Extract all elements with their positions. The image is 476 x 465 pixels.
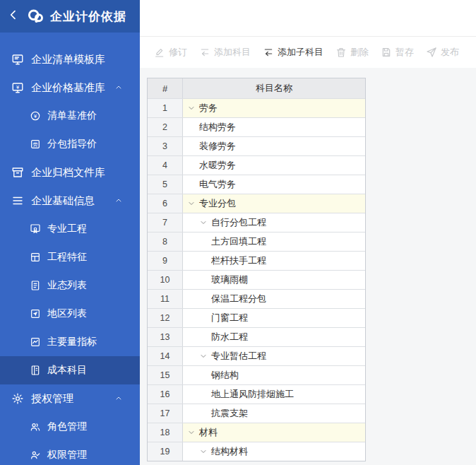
table-row[interactable]: 7自行分包工程 (148, 213, 365, 232)
row-number: 6 (148, 194, 183, 213)
toolbar-button-label: 修订 (169, 46, 187, 59)
toolbar-button-3[interactable]: 删除 (335, 46, 369, 59)
back-button[interactable] (6, 8, 21, 24)
sidebar-item-label: 企业清单模板库 (31, 53, 105, 66)
sidebar-item-2[interactable]: ¥清单基准价 (0, 102, 140, 130)
sidebar-item-3[interactable]: 劳分包指导价 (0, 130, 140, 158)
sidebar-item-12[interactable]: 授权管理 (0, 384, 140, 413)
row-number: 15 (148, 366, 183, 384)
table-row[interactable]: 8土方回填工程 (148, 232, 365, 251)
subject-name: 地上通风防排烟施工 (211, 388, 294, 401)
sidebar-item-11[interactable]: 成本科目 (0, 356, 140, 384)
subject-name: 玻璃雨棚 (211, 273, 248, 286)
sidebar-item-9[interactable]: 地区列表 (0, 300, 140, 328)
toolbar-button-2[interactable]: 添加子科目 (263, 46, 323, 59)
subject-table: # 科目名称 1劳务2结构劳务3装修劳务4水暖劳务5电气劳务6专业分包7自行分包… (147, 78, 366, 461)
sidebar-item-label: 清单基准价 (47, 110, 97, 122)
send-square-icon (30, 308, 41, 319)
table-row[interactable]: 15钢结构 (148, 365, 365, 384)
sidebar-item-4[interactable]: 企业归档文件库 (0, 158, 140, 187)
chevron-down-icon[interactable] (187, 104, 196, 112)
subject-name-cell: 劳务 (183, 99, 365, 117)
chevron-down-icon[interactable] (199, 218, 208, 227)
gear-icon (11, 392, 24, 405)
user-check-icon (30, 449, 41, 461)
table-row[interactable]: 4水暖劳务 (148, 155, 365, 175)
sidebar-item-label: 工程特征 (47, 251, 87, 264)
subject-name-cell: 电气劳务 (183, 175, 365, 194)
subject-name-cell: 专业分包 (183, 194, 365, 213)
table-row[interactable]: 18材料 (148, 423, 365, 442)
subject-name-cell: 抗震支架 (183, 404, 365, 423)
subject-name-cell: 保温工程分包 (183, 290, 365, 308)
table-row[interactable]: 6专业分包 (148, 194, 365, 213)
table-row[interactable]: 14专业暂估工程 (148, 346, 365, 365)
sidebar-item-1[interactable]: ¥企业价格基准库 (0, 73, 140, 102)
row-number: 3 (148, 137, 183, 155)
main-panel: 修订添加科目添加子科目删除暂存发布 # 科目名称 1劳务2结构劳务3装修劳务4水… (140, 0, 476, 465)
sidebar-item-10[interactable]: 主要量指标 (0, 328, 140, 356)
sidebar-item-14[interactable]: 权限管理 (0, 441, 140, 465)
svg-text:¥: ¥ (16, 84, 20, 90)
subject-name-cell: 栏杆扶手工程 (183, 252, 365, 270)
document-lines-icon (30, 280, 41, 291)
subject-name-cell: 水暖劳务 (183, 156, 365, 175)
labor-badge-icon: 劳 (30, 139, 41, 150)
chevron-down-icon[interactable] (199, 352, 208, 360)
save-icon (381, 47, 392, 58)
chevron-down-icon[interactable] (187, 428, 196, 437)
table-row[interactable]: 16地上通风防排烟施工 (148, 384, 365, 404)
row-number: 18 (148, 423, 183, 442)
subject-name-cell: 结构劳务 (183, 118, 365, 136)
chart-square-icon (30, 336, 41, 348)
sidebar-item-8[interactable]: 业态列表 (0, 271, 140, 300)
table-row[interactable]: 13防水工程 (148, 327, 365, 346)
sidebar-item-5[interactable]: 企业基础信息 (0, 187, 140, 215)
monitor-award-icon (30, 223, 41, 235)
sidebar-item-0[interactable]: 企业清单模板库 (0, 45, 140, 73)
archive-icon (11, 166, 24, 179)
subject-name: 自行分包工程 (211, 216, 266, 229)
toolbar-button-0[interactable]: 修订 (154, 46, 187, 59)
row-number: 10 (148, 271, 183, 289)
toolbar-button-5[interactable]: 发布 (426, 46, 459, 59)
users-icon (30, 421, 41, 432)
sidebar-item-7[interactable]: 工程特征 (0, 243, 140, 271)
subject-name-cell: 玻璃雨棚 (183, 271, 365, 289)
row-number: 9 (148, 252, 183, 270)
row-number: 14 (148, 347, 183, 365)
sidebar-item-label: 分包指导价 (47, 138, 97, 151)
table-row[interactable]: 2结构劳务 (148, 117, 365, 136)
sidebar-item-6[interactable]: 专业工程 (0, 215, 140, 243)
table-row[interactable]: 9栏杆扶手工程 (148, 251, 365, 270)
subject-name-cell: 材料 (183, 423, 365, 442)
toolbar-button-label: 发布 (441, 46, 459, 59)
sidebar-item-13[interactable]: 角色管理 (0, 413, 140, 441)
table-row[interactable]: 12门窗工程 (148, 308, 365, 327)
menu-lines-icon (11, 194, 24, 207)
table-row[interactable]: 19结构材料 (148, 442, 365, 461)
subject-table-header: # 科目名称 (148, 78, 365, 98)
chevron-left-icon (8, 9, 19, 23)
subject-name: 门窗工程 (211, 312, 248, 324)
table-row[interactable]: 5电气劳务 (148, 175, 365, 194)
subject-name: 专业分包 (199, 197, 236, 210)
ledger-icon (30, 365, 41, 376)
table-row[interactable]: 1劳务 (148, 98, 365, 117)
toolbar-button-4[interactable]: 暂存 (381, 46, 414, 59)
chevron-down-icon[interactable] (199, 447, 208, 456)
table-row[interactable]: 11保温工程分包 (148, 289, 365, 308)
svg-text:¥: ¥ (34, 113, 37, 119)
subject-name: 土方回填工程 (211, 235, 266, 248)
sidebar-item-label: 权限管理 (47, 449, 87, 461)
row-number: 8 (148, 232, 183, 251)
subject-name: 水暖劳务 (199, 159, 236, 172)
row-number: 16 (148, 385, 183, 404)
subject-name: 钢结构 (211, 369, 239, 382)
table-row[interactable]: 10玻璃雨棚 (148, 270, 365, 289)
table-row[interactable]: 17抗震支架 (148, 404, 365, 423)
toolbar-button-1[interactable]: 添加科目 (199, 46, 251, 59)
chevron-down-icon[interactable] (187, 199, 196, 208)
sidebar-header: 企业计价依据 (0, 0, 140, 33)
table-row[interactable]: 3装修劳务 (148, 136, 365, 155)
